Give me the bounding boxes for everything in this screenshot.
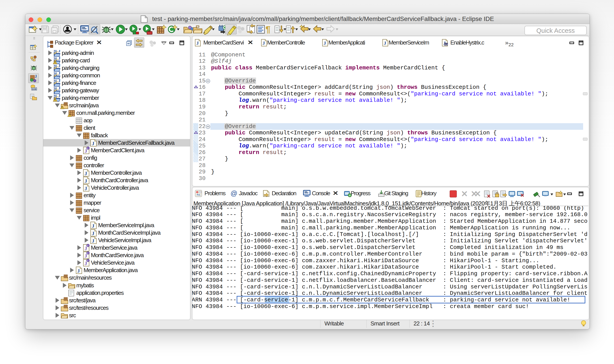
svg-text:J: J xyxy=(84,170,87,176)
svg-text:J: J xyxy=(384,40,386,46)
svg-text:J: J xyxy=(58,56,60,61)
svg-text:SVN: SVN xyxy=(32,88,36,91)
svg-text:J: J xyxy=(196,40,199,46)
svg-text:M: M xyxy=(54,64,57,68)
svg-text:J: J xyxy=(58,93,60,98)
svg-text:J: J xyxy=(262,40,265,46)
svg-text:J: J xyxy=(92,141,94,146)
svg-text:J: J xyxy=(84,185,87,191)
svg-text:J: J xyxy=(35,74,37,79)
svg-text:J: J xyxy=(92,223,94,229)
svg-text:J: J xyxy=(58,78,60,83)
svg-text:J: J xyxy=(84,178,87,184)
svg-text:010: 010 xyxy=(444,43,448,46)
svg-text:M: M xyxy=(54,72,57,75)
svg-text:J: J xyxy=(92,231,94,236)
svg-text:M: M xyxy=(54,79,57,83)
svg-text:J: J xyxy=(77,268,80,274)
svg-text:J: J xyxy=(58,71,60,76)
svg-text:J: J xyxy=(58,86,60,91)
svg-text:M: M xyxy=(54,94,57,98)
svg-text:J: J xyxy=(324,40,326,46)
svg-text:J: J xyxy=(58,50,60,53)
svg-text:J: J xyxy=(92,238,94,244)
svg-text:M: M xyxy=(54,87,57,90)
svg-text:M: M xyxy=(54,57,57,60)
svg-text:J: J xyxy=(58,63,60,68)
